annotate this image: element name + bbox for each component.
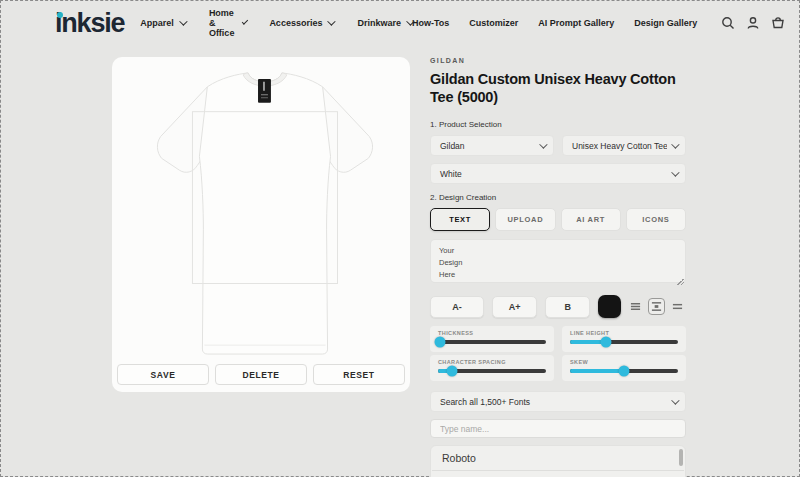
- tab-upload[interactable]: UPLOAD: [495, 208, 555, 231]
- font-name-input[interactable]: [430, 419, 686, 438]
- thickness-slider-card: THICKNESS: [430, 326, 554, 352]
- font-option-open-sans[interactable]: Open Sans: [431, 471, 685, 477]
- config-panel: GILDAN Gildan Custom Unisex Heavy Cotton…: [430, 57, 686, 477]
- page-title: Gildan Custom Unisex Heavy Cotton Tee (5…: [430, 70, 686, 106]
- chevron-down-icon: [242, 18, 249, 25]
- tshirt-image: [122, 61, 400, 361]
- align-controls: [627, 298, 686, 315]
- page: inksie Apparel Home & Office Accessories…: [0, 0, 800, 477]
- logo-text: inksie: [55, 8, 124, 38]
- design-text-input[interactable]: Your Design Here: [430, 239, 686, 283]
- header-right: How-Tos Customizer AI Prompt Gallery Des…: [412, 16, 785, 30]
- font-size-decrease-button[interactable]: A-: [430, 296, 484, 318]
- font-size-increase-button[interactable]: A+: [492, 296, 537, 318]
- thickness-slider[interactable]: [438, 340, 546, 344]
- design-text-wrap: Your Design Here: [430, 231, 686, 287]
- nav-apparel[interactable]: Apparel: [140, 18, 185, 28]
- account-icon[interactable]: [746, 16, 760, 30]
- font-option-roboto[interactable]: Roboto: [431, 446, 685, 470]
- delete-button[interactable]: DELETE: [215, 364, 307, 385]
- font-category-select[interactable]: Search all 1,500+ Fonts: [430, 391, 686, 412]
- tab-ai-art[interactable]: AI ART: [561, 208, 621, 231]
- product-selection-label: 1. Product Selection: [430, 120, 686, 129]
- chevron-down-icon: [671, 397, 679, 405]
- reset-button[interactable]: RESET: [313, 364, 405, 385]
- align-right-icon[interactable]: [669, 298, 686, 315]
- line-height-slider-thumb[interactable]: [600, 337, 611, 348]
- character-spacing-slider-card: CHARACTER SPACING: [430, 355, 554, 381]
- chevron-down-icon: [179, 17, 187, 25]
- link-ai-prompt-gallery[interactable]: AI Prompt Gallery: [538, 18, 614, 28]
- design-creation-label: 2. Design Creation: [430, 193, 686, 202]
- font-list-scrollbar[interactable]: [679, 449, 683, 466]
- link-how-tos[interactable]: How-Tos: [412, 18, 449, 28]
- text-controls: A- A+ B: [430, 295, 686, 318]
- text-color-swatch[interactable]: [598, 295, 621, 318]
- chevron-down-icon: [328, 17, 336, 25]
- skew-slider[interactable]: [570, 369, 678, 373]
- nav-accessories[interactable]: Accessories: [269, 18, 333, 28]
- font-list: Roboto Open Sans Google Sans: [430, 445, 686, 477]
- chevron-down-icon: [539, 141, 547, 149]
- character-spacing-slider-thumb[interactable]: [447, 366, 458, 377]
- chevron-down-icon: [671, 169, 679, 177]
- header: inksie Apparel Home & Office Accessories…: [0, 0, 800, 46]
- canvas-actions: SAVE DELETE RESET: [117, 364, 405, 385]
- style-select[interactable]: Unisex Heavy Cotton Tee (5000): [562, 135, 686, 156]
- design-tabs: TEXT UPLOAD AI ART ICONS: [430, 208, 686, 231]
- line-height-slider[interactable]: [570, 340, 678, 344]
- tab-icons[interactable]: ICONS: [626, 208, 686, 231]
- brand-select[interactable]: Gildan: [430, 135, 554, 156]
- align-left-icon[interactable]: [627, 298, 644, 315]
- line-height-slider-card: LINE HEIGHT: [562, 326, 686, 352]
- resize-grip-icon[interactable]: [677, 278, 684, 285]
- brand-label: GILDAN: [430, 57, 686, 64]
- link-design-gallery[interactable]: Design Gallery: [634, 18, 697, 28]
- tshirt-mockup[interactable]: [122, 61, 400, 361]
- save-button[interactable]: SAVE: [117, 364, 209, 385]
- header-icons: [721, 16, 785, 30]
- bold-button[interactable]: B: [545, 296, 590, 318]
- cart-icon[interactable]: [771, 16, 785, 30]
- logo-dot: [57, 12, 63, 18]
- color-select[interactable]: White: [430, 163, 686, 184]
- chevron-down-icon: [671, 141, 679, 149]
- link-customizer[interactable]: Customizer: [469, 18, 518, 28]
- main-nav: Apparel Home & Office Accessories Drinkw…: [140, 8, 412, 38]
- slider-grid: THICKNESS LINE HEIGHT CHARACTER SPACING: [430, 326, 686, 381]
- character-spacing-slider[interactable]: [438, 369, 546, 373]
- align-center-vertical-icon[interactable]: [648, 298, 665, 315]
- thickness-slider-thumb[interactable]: [435, 337, 446, 348]
- logo[interactable]: inksie: [55, 10, 124, 37]
- product-canvas: SAVE DELETE RESET: [112, 57, 410, 392]
- nav-home-office[interactable]: Home & Office: [209, 8, 246, 38]
- search-icon[interactable]: [721, 16, 735, 30]
- skew-slider-thumb[interactable]: [619, 366, 630, 377]
- skew-slider-card: SKEW: [562, 355, 686, 381]
- nav-drinkware[interactable]: Drinkware: [357, 18, 412, 28]
- tab-text[interactable]: TEXT: [430, 208, 490, 231]
- product-selects: Gildan Unisex Heavy Cotton Tee (5000): [430, 135, 686, 156]
